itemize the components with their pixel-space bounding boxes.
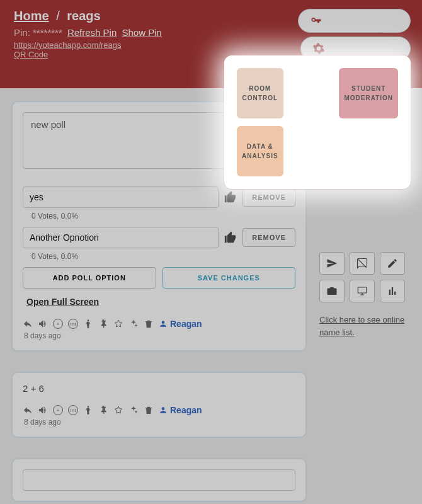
remove-option-button[interactable]: REMOVE bbox=[242, 228, 295, 247]
save-changes-button[interactable]: SAVE CHANGES bbox=[163, 267, 296, 289]
more-options-label: MORE OPTIONS bbox=[331, 44, 399, 54]
star-icon[interactable] bbox=[113, 405, 123, 415]
post-card: 2 + 6 + Int Reagan 8 days ago bbox=[11, 372, 307, 438]
trash-icon[interactable] bbox=[144, 319, 154, 329]
student-moderation-tile[interactable]: STUDENT MODERATION bbox=[339, 68, 398, 118]
poll-option-row: REMOVE bbox=[23, 186, 295, 208]
camera-icon bbox=[326, 285, 338, 297]
chat-slash-icon bbox=[356, 258, 368, 269]
trash-icon[interactable] bbox=[144, 405, 154, 415]
room-url-link[interactable]: https://yoteachapp.com/reags bbox=[14, 40, 122, 50]
room-name: reags bbox=[67, 9, 100, 23]
send-button[interactable] bbox=[319, 252, 345, 275]
online-name-list-link[interactable]: Click here to see online name list. bbox=[319, 314, 411, 338]
author-name: Reagan bbox=[170, 405, 202, 415]
raise-hand-icon[interactable] bbox=[83, 319, 93, 329]
int-icon[interactable]: Int bbox=[68, 405, 78, 415]
int-icon[interactable]: Int bbox=[68, 319, 78, 329]
data-analysis-tile[interactable]: DATA & ANALYSIS bbox=[237, 126, 283, 176]
room-control-tile[interactable]: ROOM CONTROL bbox=[237, 68, 283, 118]
paper-plane-icon bbox=[326, 258, 338, 269]
plus-icon[interactable]: + bbox=[53, 319, 63, 329]
add-poll-option-button[interactable]: ADD POLL OPTION bbox=[23, 267, 156, 289]
camera-button[interactable] bbox=[319, 280, 345, 302]
admin-options-label: ADMIN OPTIONS bbox=[329, 16, 399, 26]
tool-grid bbox=[319, 252, 411, 302]
mute-chat-button[interactable] bbox=[350, 252, 375, 275]
more-options-popover: ROOM CONTROL STUDENT MODERATION DATA & A… bbox=[224, 55, 411, 189]
star-icon[interactable] bbox=[113, 319, 123, 329]
pin-label: Pin: bbox=[14, 27, 30, 38]
poll-option-input[interactable] bbox=[23, 227, 219, 248]
present-button[interactable] bbox=[350, 280, 375, 302]
post-card bbox=[11, 458, 307, 502]
sparkle-icon[interactable] bbox=[128, 405, 139, 415]
post-meta-row: + Int Reagan bbox=[23, 405, 295, 415]
admin-options-button[interactable]: ADMIN OPTIONS bbox=[298, 9, 411, 33]
vote-stat: 0 Votes, 0.0% bbox=[31, 252, 295, 261]
presentation-icon bbox=[356, 285, 368, 297]
raise-hand-icon[interactable] bbox=[83, 405, 93, 415]
poll-stats-button[interactable] bbox=[380, 280, 405, 302]
reply-icon[interactable] bbox=[23, 405, 33, 415]
post-text: 2 + 6 bbox=[23, 383, 295, 394]
audio-icon[interactable] bbox=[38, 405, 48, 415]
post-meta-row: + Int Reagan bbox=[23, 319, 295, 329]
bar-chart-icon bbox=[387, 285, 398, 297]
pencil-icon bbox=[387, 258, 398, 269]
author-link[interactable]: Reagan bbox=[159, 319, 202, 329]
qr-code-link[interactable]: QR Code bbox=[14, 50, 48, 59]
thumbs-up-icon[interactable] bbox=[224, 231, 237, 244]
reply-icon[interactable] bbox=[23, 319, 33, 329]
poll-option-input[interactable] bbox=[23, 186, 219, 208]
sparkle-icon[interactable] bbox=[128, 319, 139, 329]
pin-value: ******** bbox=[33, 27, 62, 38]
poll-actions-row: ADD POLL OPTION SAVE CHANGES bbox=[23, 267, 295, 289]
key-icon bbox=[310, 14, 322, 27]
open-full-screen-link[interactable]: Open Full Screen bbox=[26, 297, 99, 307]
plus-icon[interactable]: + bbox=[53, 405, 63, 415]
user-icon bbox=[159, 406, 168, 415]
audio-icon[interactable] bbox=[38, 319, 48, 329]
home-link[interactable]: Home bbox=[14, 9, 49, 23]
post-age: 8 days ago bbox=[24, 331, 295, 340]
breadcrumb-separator: / bbox=[56, 9, 60, 23]
pin-icon[interactable] bbox=[98, 405, 108, 415]
author-name: Reagan bbox=[170, 319, 202, 329]
post-age: 8 days ago bbox=[24, 418, 295, 427]
pin-icon[interactable] bbox=[98, 319, 108, 329]
remove-option-button[interactable]: REMOVE bbox=[242, 188, 295, 207]
gear-icon bbox=[312, 42, 325, 55]
user-icon bbox=[159, 319, 168, 328]
vote-stat: 0 Votes, 0.0% bbox=[31, 212, 295, 220]
show-pin-link[interactable]: Show Pin bbox=[122, 27, 161, 38]
author-link[interactable]: Reagan bbox=[159, 405, 202, 415]
refresh-pin-link[interactable]: Refresh Pin bbox=[67, 27, 117, 38]
poll-option-row: REMOVE bbox=[23, 227, 295, 248]
thumbs-up-icon[interactable] bbox=[224, 190, 237, 204]
edit-button[interactable] bbox=[380, 252, 405, 275]
post-input[interactable] bbox=[23, 469, 295, 491]
